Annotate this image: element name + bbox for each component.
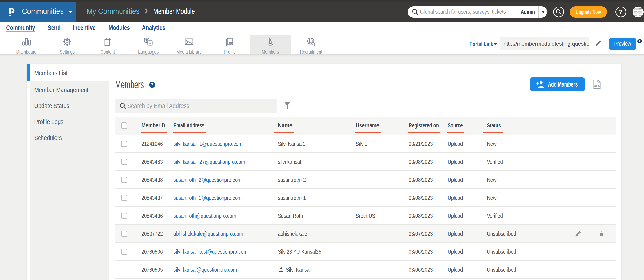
svg-text:A: A (149, 41, 151, 45)
svg-text:XLS: XLS (594, 84, 600, 88)
